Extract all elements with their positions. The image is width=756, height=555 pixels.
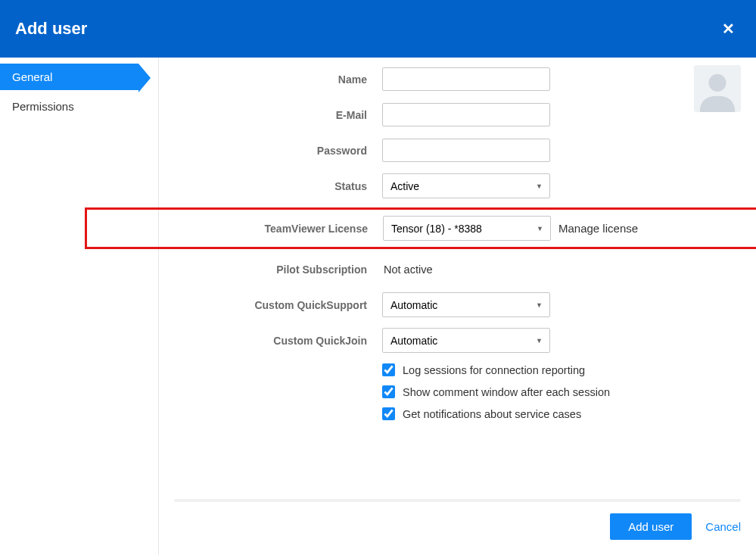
row-pilot: Pilot Subscription Not active (174, 257, 741, 282)
row-show-comment: Show comment window after each session (382, 385, 741, 398)
row-name: Name (174, 67, 741, 92)
footer: Add user Cancel (610, 513, 741, 540)
quickjoin-select-wrap: Automatic (382, 328, 550, 353)
svg-point-0 (708, 74, 726, 92)
close-icon[interactable]: ✕ (722, 21, 735, 36)
pilot-value: Not active (382, 263, 432, 276)
main-panel: Name E-Mail Password Status (159, 58, 756, 555)
row-quicksupport: Custom QuickSupport Automatic (174, 292, 741, 317)
row-notifications: Get notifications about service cases (382, 407, 741, 420)
divider (174, 499, 741, 502)
license-highlight: TeamViewer License Tensor (18) - *8388 M… (85, 207, 756, 249)
label-pilot: Pilot Subscription (174, 263, 382, 276)
dialog-body: General Permissions Name E-Mail (0, 58, 756, 555)
status-select-wrap: Active (382, 173, 550, 198)
status-select[interactable]: Active (382, 173, 550, 198)
log-sessions-label[interactable]: Log sessions for connection reporting (403, 364, 585, 376)
password-input[interactable] (382, 139, 550, 162)
user-silhouette-icon (695, 68, 739, 112)
notifications-label[interactable]: Get notifications about service cases (403, 408, 581, 420)
form: Name E-Mail Password Status (174, 67, 741, 420)
tab-label: General (12, 70, 52, 83)
label-password: Password (174, 145, 382, 157)
sidebar: General Permissions (0, 58, 159, 555)
row-license: TeamViewer License Tensor (18) - *8388 M… (87, 216, 754, 241)
row-email: E-Mail (174, 102, 741, 127)
cancel-button[interactable]: Cancel (705, 520, 741, 533)
log-sessions-checkbox[interactable] (382, 363, 395, 376)
label-license: TeamViewer License (87, 223, 383, 235)
dialog-header: Add user ✕ (0, 0, 756, 58)
label-status: Status (174, 180, 382, 192)
row-password: Password (174, 138, 741, 163)
quicksupport-select-wrap: Automatic (382, 292, 550, 317)
quickjoin-select[interactable]: Automatic (382, 328, 550, 353)
email-input[interactable] (382, 103, 550, 126)
license-select-wrap: Tensor (18) - *8388 (383, 216, 551, 241)
manage-license-link[interactable]: Manage license (558, 222, 638, 235)
label-email: E-Mail (174, 109, 382, 121)
row-log-sessions: Log sessions for connection reporting (382, 363, 741, 376)
row-quickjoin: Custom QuickJoin Automatic (174, 328, 741, 353)
tab-general[interactable]: General (0, 64, 138, 90)
dialog-title: Add user (15, 19, 87, 39)
name-input[interactable] (382, 67, 550, 91)
label-quicksupport: Custom QuickSupport (174, 299, 382, 311)
avatar[interactable] (694, 65, 741, 112)
show-comment-checkbox[interactable] (382, 385, 395, 398)
quicksupport-select[interactable]: Automatic (382, 292, 550, 317)
row-status: Status Active (174, 173, 741, 198)
license-select[interactable]: Tensor (18) - *8388 (383, 216, 551, 241)
tab-permissions[interactable]: Permissions (0, 93, 158, 120)
show-comment-label[interactable]: Show comment window after each session (403, 386, 610, 398)
add-user-button[interactable]: Add user (610, 513, 692, 540)
label-name: Name (174, 73, 382, 86)
tab-label: Permissions (12, 100, 74, 113)
notifications-checkbox[interactable] (382, 407, 395, 420)
label-quickjoin: Custom QuickJoin (174, 335, 382, 347)
